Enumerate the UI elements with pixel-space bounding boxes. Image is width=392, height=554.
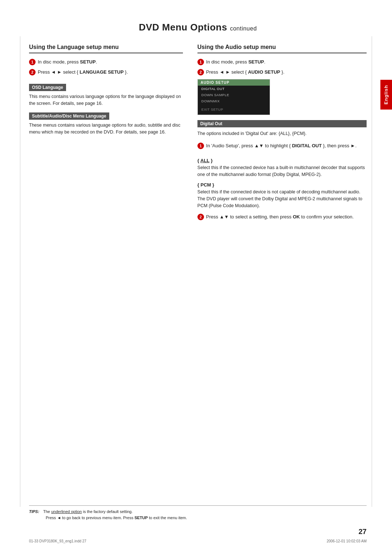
digital-out-subsection: Digital Out The options included in 'Dig… (197, 120, 367, 137)
subtitle-language-subsection: Subtitle/Audio/Disc Menu Language These … (29, 112, 183, 136)
left-step-1-text: In disc mode, press SETUP. (38, 58, 97, 66)
step-number-2: 2 (29, 69, 36, 75)
digital-out-step-1: 1 In 'Audio Setup', press ▲▼ to highligh… (197, 142, 367, 149)
menu-item-down-sample: DOWN SAMPLE (198, 92, 270, 98)
pcm-option-title: { PCM } (197, 182, 367, 188)
right-section-header: Using the Audio setup menu (197, 44, 367, 53)
footer-left: 01-33 DVP3180K_93_eng1.indd 27 (29, 539, 86, 543)
footer-right: 2006-12-01 10:02:03 AM (327, 539, 367, 543)
left-step-1: 1 In disc mode, press SETUP. (29, 58, 183, 66)
step-number-1: 1 (29, 59, 36, 65)
left-step-2: 2 Press ◄ ► select { LANGUAGE SETUP }. (29, 69, 183, 76)
right-step-number-2: 2 (197, 69, 204, 75)
left-border-line (20, 36, 20, 507)
left-column: Using the Language setup menu 1 In disc … (29, 44, 183, 223)
digital-out-step-number-1: 1 (197, 143, 204, 149)
footer: 01-33 DVP3180K_93_eng1.indd 27 2006-12-0… (29, 539, 367, 543)
left-section-header: Using the Language setup menu (29, 44, 183, 53)
digital-out-step-2-text: Press ▲▼ to select a setting, then press… (206, 213, 354, 221)
page-title: DVD Menu Options continued (29, 22, 367, 33)
osd-language-text: This menu contains various language opti… (29, 93, 183, 107)
digital-out-step-2: 2 Press ▲▼ to select a setting, then pre… (197, 213, 367, 221)
pcm-option-block: { PCM } Select this if the connected dev… (197, 182, 367, 210)
pcm-option-text: Select this if the connected device is n… (197, 189, 367, 210)
all-option-title: { ALL } (197, 158, 367, 163)
page-number: 27 (359, 528, 367, 536)
osd-language-title: OSD Language (29, 84, 66, 91)
tips-line-1: The underlined option is the factory def… (43, 509, 132, 514)
right-step-2-text: Press ◄ ► select { AUDIO SETUP }. (206, 69, 285, 76)
tips-line-2: Press ◄ to go back to previous menu item… (46, 516, 187, 520)
subtitle-language-text: These menus contains various language op… (29, 122, 183, 136)
menu-item-exit-setup: EXIT SETUP (198, 106, 270, 112)
language-tab: English (380, 80, 392, 110)
tips-section: TIPS: The underlined option is the facto… (29, 505, 367, 521)
left-step-2-text: Press ◄ ► select { LANGUAGE SETUP }. (38, 69, 128, 76)
right-step-1-text: In disc mode, press SETUP. (206, 58, 265, 66)
menu-item-digital-out: DIGITAL OUT (198, 86, 270, 92)
menu-screenshot-header: AUDIO SETUP (198, 79, 270, 86)
osd-language-subsection: OSD Language This menu contains various … (29, 84, 183, 107)
subtitle-language-title: Subtitle/Audio/Disc Menu Language (29, 112, 109, 120)
all-option-block: { ALL } Select this if the connected dev… (197, 158, 367, 178)
right-step-2: 2 Press ◄ ► select { AUDIO SETUP }. (197, 69, 367, 76)
digital-out-step-1-text: In 'Audio Setup', press ▲▼ to highlight … (206, 142, 357, 149)
digital-out-description: The options included in 'Digital Out' ar… (197, 130, 367, 137)
right-column: Using the Audio setup menu 1 In disc mod… (197, 44, 367, 223)
right-border-line (372, 36, 372, 507)
main-content: Using the Language setup menu 1 In disc … (29, 44, 367, 223)
menu-item-downmix: DOWNMIX (198, 98, 270, 104)
right-step-number-1: 1 (197, 59, 204, 65)
right-step-1: 1 In disc mode, press SETUP. (197, 58, 367, 66)
all-option-text: Select this if the connected device has … (197, 164, 367, 178)
page: English DVD Menu Options continued Using… (0, 0, 392, 554)
digital-out-step-number-2: 2 (197, 214, 204, 220)
digital-out-title: Digital Out (197, 120, 367, 127)
audio-setup-screenshot: AUDIO SETUP DIGITAL OUT DOWN SAMPLE DOWN… (197, 79, 270, 115)
